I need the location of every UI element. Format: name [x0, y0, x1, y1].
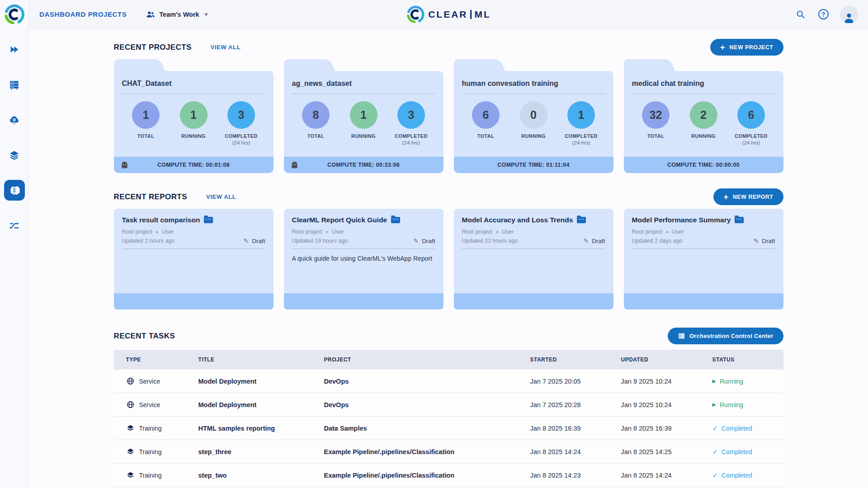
table-header-row: TYPE TITLE PROJECT STARTED UPDATED STATU… — [114, 350, 783, 370]
divider — [462, 249, 605, 249]
task-project: Example Pipeline/.pipelines/Classificati… — [324, 472, 530, 479]
new-report-button[interactable]: + NEW REPORT — [713, 188, 783, 205]
folder-tab — [624, 59, 665, 71]
layers-icon — [9, 150, 20, 161]
task-type: Training — [139, 425, 162, 432]
report-project: Root project — [462, 229, 492, 235]
report-card[interactable]: ClearML Report Quick Guide ··· Root proj… — [284, 209, 443, 310]
task-type: Training — [139, 448, 162, 455]
task-title: HTML samples reporting — [198, 425, 324, 432]
running-count: 0 — [520, 101, 547, 129]
sidebar-item-workers-queues[interactable] — [4, 74, 25, 95]
project-name: human convesation training — [454, 71, 613, 88]
completed-sublabel: (24 hrs) — [572, 140, 590, 145]
project-card[interactable]: human convesation training 6TOTAL 0RUNNI… — [454, 59, 613, 173]
divider — [462, 94, 605, 94]
report-author: User — [502, 229, 514, 235]
completed-label: COMPLETED — [735, 133, 768, 139]
status-badge: ✎ Draft — [584, 237, 605, 244]
report-card[interactable]: Model Accuracy and Loss Trends ··· Root … — [454, 209, 613, 310]
report-footer-bar — [284, 293, 443, 310]
help-icon[interactable]: ? — [817, 9, 829, 20]
folder-tab — [284, 59, 326, 71]
task-type: Training — [139, 472, 162, 479]
running-count: 1 — [180, 101, 208, 129]
reports-view-all-link[interactable]: VIEW ALL — [206, 193, 236, 200]
folder-tab — [454, 59, 495, 71]
recent-tasks-header: RECENT TASKS Orchestration Control Cente… — [114, 328, 783, 344]
status-badge: ✓ Completed — [712, 471, 783, 479]
projects-view-all-link[interactable]: VIEW ALL — [211, 44, 241, 51]
new-project-button[interactable]: + NEW PROJECT — [710, 39, 783, 56]
compute-time-bar: COMPUTE TIME: 00:01:08 — [114, 157, 274, 173]
search-icon[interactable] — [795, 9, 807, 20]
running-count: 1 — [350, 101, 377, 129]
server-rack-icon — [9, 79, 20, 90]
orchestration-icon — [678, 332, 685, 340]
pipeline-icon — [9, 220, 20, 231]
status-badge: ✓ Completed — [712, 424, 783, 432]
sidebar-item-getting-started[interactable] — [4, 39, 25, 60]
folder-tab — [114, 59, 156, 71]
report-card[interactable]: Task result comparison ··· Root project … — [114, 209, 274, 310]
project-card[interactable]: ag_news_dataset 8TOTAL 1RUNNING 3COMPLET… — [284, 59, 443, 173]
table-row[interactable]: Training step_two Example Pipeline/.pipe… — [114, 464, 783, 487]
sidebar-item-pipelines[interactable] — [4, 215, 25, 236]
compute-time: COMPUTE TIME: 01:11:04 — [497, 162, 569, 168]
running-icon: ▶ — [712, 378, 716, 384]
chevron-down-icon: ▾ — [205, 11, 208, 18]
status-badge: ▶ Running — [712, 401, 783, 408]
sidebar-item-datasets[interactable] — [4, 145, 25, 165]
report-title: Model Performance Summary — [632, 216, 731, 224]
report-author: User — [332, 229, 344, 235]
report-card[interactable]: Model Performance Summary ··· Root proje… — [624, 209, 783, 310]
table-row[interactable]: Service Model Deployment DevOps Jan 7 20… — [114, 393, 783, 417]
clearml-logo-mark-center — [406, 5, 425, 24]
clearml-logo-mark[interactable] — [4, 4, 25, 25]
user-avatar[interactable] — [840, 5, 858, 23]
col-type: TYPE — [126, 357, 198, 363]
clearml-wordmark: CLEAR ML — [406, 5, 491, 24]
pencil-icon: ✎ — [754, 237, 759, 244]
project-card[interactable]: CHAT_Dataset 1TOTAL 1RUNNING 3COMPLETED(… — [114, 59, 274, 173]
task-project: Example Pipeline/.pipelines/Classificati… — [324, 448, 530, 455]
divider — [292, 94, 435, 94]
report-project: Root project — [632, 229, 662, 235]
task-started: Jan 7 2025 20:05 — [530, 378, 621, 385]
task-project: DevOps — [324, 401, 530, 408]
report-cards-row: Task result comparison ··· Root project … — [114, 209, 783, 310]
report-folder-icon: ··· — [204, 217, 213, 223]
pencil-icon: ✎ — [244, 237, 249, 244]
report-updated: Updated 2 days ago — [632, 238, 683, 244]
completed-count: 6 — [737, 101, 765, 129]
recent-projects-title: RECENT PROJECTS — [114, 43, 192, 52]
main-content: RECENT PROJECTS VIEW ALL + NEW PROJECT C… — [29, 0, 868, 487]
report-project: Root project — [292, 229, 322, 235]
table-row[interactable]: Service Model Deployment DevOps Jan 7 20… — [114, 370, 783, 393]
total-label: TOTAL — [647, 133, 665, 139]
project-card[interactable]: medical chat training 32TOTAL 2RUNNING 6… — [624, 59, 783, 173]
workspace-switcher[interactable]: Team's Work ▾ — [146, 9, 208, 19]
person-icon — [843, 12, 855, 23]
status-badge: ▶ Running — [712, 378, 783, 385]
report-author: User — [672, 229, 684, 235]
cloud-gear-icon — [9, 114, 20, 126]
table-row[interactable]: Training HTML samples reporting Data Sam… — [114, 417, 783, 440]
sidebar-item-projects-dashboard[interactable] — [4, 180, 25, 201]
ghost-icon — [120, 160, 129, 170]
compute-time: COMPUTE TIME: 00:00:00 — [667, 162, 740, 168]
project-name: medical chat training — [624, 71, 783, 88]
completed-count: 3 — [227, 101, 255, 129]
total-count: 8 — [302, 101, 330, 129]
orchestration-control-center-button[interactable]: Orchestration Control Center — [668, 328, 783, 344]
sidebar-item-applications[interactable] — [4, 109, 25, 130]
report-folder-icon: ··· — [391, 217, 400, 223]
divider — [122, 249, 265, 249]
task-started: Jan 7 2025 20:28 — [530, 401, 621, 408]
nav-dashboard-projects[interactable]: DASHBOARD PROJECTS — [39, 10, 127, 18]
completed-sublabel: (24 hrs) — [742, 140, 760, 145]
report-title: Task result comparison — [122, 216, 200, 224]
table-row[interactable]: Training step_three Example Pipeline/.pi… — [114, 440, 783, 464]
dot-separator — [156, 231, 158, 233]
completed-sublabel: (24 hrs) — [402, 140, 420, 145]
